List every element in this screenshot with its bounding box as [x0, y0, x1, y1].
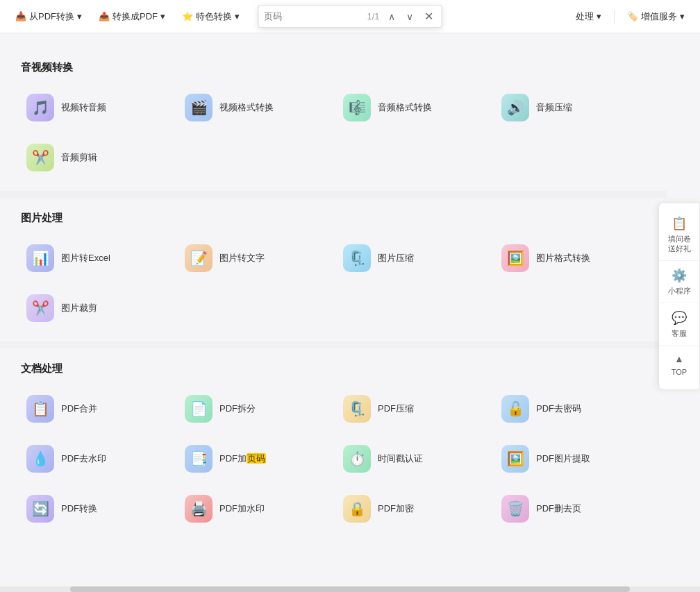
miniprogram-label: 小程序: [668, 286, 691, 296]
tool-pdf-merge-icon: 📋: [26, 395, 54, 423]
tool-video-to-audio[interactable]: 🎵 视频转音频: [21, 88, 171, 127]
process-btn[interactable]: 处理 ▾: [569, 6, 608, 27]
float-survey-btn[interactable]: 📋 填问卷送好礼: [659, 208, 699, 261]
tool-pdf-encrypt[interactable]: 🔒 PDF加密: [338, 489, 488, 528]
tool-img-text-label: 图片转文字: [219, 252, 265, 264]
tool-img-to-excel[interactable]: 📊 图片转Excel: [21, 239, 171, 278]
from-pdf-chevron: ▾: [77, 11, 82, 22]
search-input[interactable]: [264, 11, 361, 22]
tool-img-format-icon: 🖼️: [501, 244, 529, 272]
tool-pdf-add-page-label: PDF加页码: [219, 453, 266, 465]
tools-grid-doc-2: 💧 PDF去水印 📑 PDF加页码 ⏱️ 时间戳认证 🖼️ PDF图片提取: [21, 439, 646, 478]
tool-img-excel-label: 图片转Excel: [61, 252, 110, 264]
tool-img-compress[interactable]: 🗜️ 图片压缩: [338, 239, 488, 278]
tool-pdf-add-page-icon: 📑: [185, 445, 212, 473]
search-close-btn[interactable]: ✕: [422, 8, 436, 24]
tool-img-format[interactable]: 🖼️ 图片格式转换: [496, 239, 646, 278]
tool-img-to-text[interactable]: 📝 图片转文字: [179, 239, 329, 278]
tool-audio-compress-icon: 🔊: [501, 94, 529, 121]
tool-pdf-encrypt-label: PDF加密: [378, 502, 414, 515]
tool-pdf-split-icon: 📄: [185, 395, 212, 423]
tools-grid-doc: 📋 PDF合并 📄 PDF拆分 🗜️ PDF压缩 🔓 PDF去密码: [21, 389, 646, 428]
float-service-btn[interactable]: 💬 客服: [659, 303, 699, 346]
tools-grid-image: 📊 图片转Excel 📝 图片转文字 🗜️ 图片压缩 🖼️ 图片格式转换: [21, 239, 646, 278]
tool-pdf-unlock[interactable]: 🔓 PDF去密码: [496, 389, 646, 428]
tool-pdf-compress-label: PDF压缩: [378, 403, 414, 415]
special-icon: ⭐: [182, 11, 193, 22]
page-info: 1/1: [367, 11, 379, 22]
tool-audio-format-label: 音频格式转换: [378, 101, 432, 114]
value-added-chevron: ▾: [680, 11, 685, 22]
tool-pdf-watermark-remove[interactable]: 💧 PDF去水印: [21, 439, 171, 478]
toolbar: 📥 从PDF转换 ▾ 📤 转换成PDF ▾ ⭐ 特色转换 ▾ 1/1 ∧ ∨ ✕…: [0, 0, 700, 33]
tool-pdf-encrypt-icon: 🔒: [343, 495, 371, 523]
special-chevron: ▾: [235, 11, 240, 22]
from-pdf-icon: 📥: [15, 11, 26, 22]
tools-grid-audio-video-2: ✂️ 音频剪辑: [21, 138, 646, 177]
special-btn[interactable]: ⭐ 特色转换 ▾: [175, 6, 247, 27]
tool-pdf-watermark-remove-label: PDF去水印: [61, 453, 106, 465]
float-miniprogram-btn[interactable]: ⚙️ 小程序: [659, 261, 699, 303]
tool-video-format[interactable]: 🎬 视频格式转换: [179, 88, 329, 127]
tool-video-to-audio-icon: 🎵: [26, 94, 54, 121]
from-pdf-label: 从PDF转换: [29, 10, 74, 23]
search-bar: 1/1 ∧ ∨ ✕: [258, 5, 442, 28]
tool-audio-format-icon: 🎼: [343, 94, 371, 121]
process-label: 处理: [576, 10, 594, 23]
float-top-btn[interactable]: ▲ TOP: [659, 346, 699, 383]
tool-pdf-add-page[interactable]: 📑 PDF加页码: [179, 439, 329, 478]
tool-pdf-split[interactable]: 📄 PDF拆分: [179, 389, 329, 428]
tool-pdf-delete-page[interactable]: 🗑️ PDF删去页: [496, 489, 646, 528]
tool-pdf-compress[interactable]: 🗜️ PDF压缩: [338, 389, 488, 428]
tools-grid-image-2: ✂️ 图片裁剪: [21, 289, 646, 328]
tool-audio-format[interactable]: 🎼 音频格式转换: [338, 88, 488, 127]
section-audio-video: 音视频转换 🎵 视频转音频 🎬 视频格式转换 🎼 音频格式转换 🔊 音频压: [21, 61, 646, 177]
from-pdf-btn[interactable]: 📥 从PDF转换 ▾: [8, 6, 89, 27]
value-added-icon: 🏷️: [627, 11, 638, 22]
tool-video-format-label: 视频格式转换: [219, 101, 274, 114]
bottom-scrollbar[interactable]: [0, 586, 700, 592]
tool-pdf-extract-img-icon: 🖼️: [501, 445, 529, 473]
toolbar-separator: [614, 10, 615, 24]
section-image-process: 图片处理 📊 图片转Excel 📝 图片转文字 🗜️ 图片压缩 🖼️ 图片格式转…: [21, 212, 646, 328]
top-arrow-icon: ▲: [674, 353, 684, 364]
tool-pdf-delete-page-icon: 🗑️: [501, 495, 529, 523]
to-pdf-chevron: ▾: [160, 11, 165, 22]
tool-pdf-compress-icon: 🗜️: [343, 395, 371, 423]
tool-img-crop[interactable]: ✂️ 图片裁剪: [21, 289, 171, 328]
tool-pdf-print-icon: 🖨️: [185, 495, 212, 523]
tool-img-excel-icon: 📊: [26, 244, 54, 272]
tool-img-compress-label: 图片压缩: [378, 252, 414, 264]
tool-img-format-label: 图片格式转换: [536, 252, 590, 264]
to-pdf-btn[interactable]: 📤 转换成PDF ▾: [92, 6, 172, 27]
search-down-btn[interactable]: ∨: [403, 10, 416, 24]
tool-audio-edit[interactable]: ✂️ 音频剪辑: [21, 138, 171, 177]
miniprogram-icon: ⚙️: [672, 268, 687, 283]
float-sidebar: 📋 填问卷送好礼 ⚙️ 小程序 💬 客服 ▲ TOP: [658, 202, 700, 389]
search-up-btn[interactable]: ∧: [385, 10, 398, 24]
value-added-btn[interactable]: 🏷️ 增值服务 ▾: [620, 6, 692, 27]
tool-pdf-split-label: PDF拆分: [219, 403, 256, 415]
tool-timestamp[interactable]: ⏱️ 时间戳认证: [338, 439, 488, 478]
scroll-container[interactable]: 音视频转换 🎵 视频转音频 🎬 视频格式转换 🎼 音频格式转换 🔊 音频压: [0, 33, 700, 592]
tool-audio-edit-label: 音频剪辑: [61, 151, 97, 164]
tool-audio-compress[interactable]: 🔊 音频压缩: [496, 88, 646, 127]
section-image-title: 图片处理: [21, 212, 646, 225]
service-label: 客服: [672, 328, 687, 338]
tool-pdf-convert1[interactable]: 🔄 PDF转换: [21, 489, 171, 528]
section-doc-process: 文档处理 📋 PDF合并 📄 PDF拆分 🗜️ PDF压缩 🔓 PDF去密码: [21, 362, 646, 528]
tool-pdf-unlock-icon: 🔓: [501, 395, 529, 423]
tool-audio-compress-label: 音频压缩: [536, 101, 572, 114]
tool-pdf-extract-img[interactable]: 🖼️ PDF图片提取: [496, 439, 646, 478]
tool-img-crop-label: 图片裁剪: [61, 302, 97, 314]
main-content: 音视频转换 🎵 视频转音频 🎬 视频格式转换 🎼 音频格式转换 🔊 音频压: [0, 33, 667, 581]
tool-audio-edit-icon: ✂️: [26, 144, 54, 171]
tool-img-compress-icon: 🗜️: [343, 244, 371, 272]
tool-pdf-merge[interactable]: 📋 PDF合并: [21, 389, 171, 428]
tool-pdf-convert1-icon: 🔄: [26, 495, 54, 523]
service-icon: 💬: [672, 310, 687, 325]
highlight-pagecode: 页码: [247, 453, 266, 464]
tool-pdf-print[interactable]: 🖨️ PDF加水印: [179, 489, 329, 528]
tool-pdf-convert1-label: PDF转换: [61, 502, 97, 515]
tool-pdf-extract-img-label: PDF图片提取: [536, 453, 590, 465]
